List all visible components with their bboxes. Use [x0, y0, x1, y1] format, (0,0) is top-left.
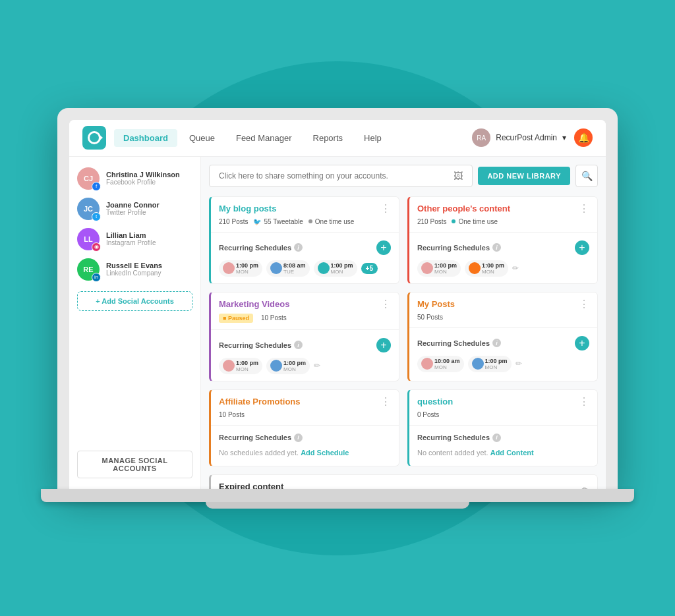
- admin-avatar: RA: [472, 128, 490, 147]
- main-content: CJ f Christina J Wilkinson Facebook Prof…: [69, 157, 606, 489]
- li-badge-3: in: [92, 273, 101, 282]
- time-slot-0: 1:00 pmMON: [219, 260, 262, 277]
- account-item-2[interactable]: LL ◉ Lillian Liam Instagram Profile: [77, 228, 192, 250]
- manage-social-accounts-button[interactable]: MANAGE SOCIAL ACCOUNTS: [77, 451, 192, 478]
- dot-icon: [308, 219, 312, 223]
- card-schedule-my-blog-posts: Recurring Schedules i + 1:00 pmMO: [211, 235, 399, 283]
- schedule-slots: 1:00 pmMON 1:00 pmMON ✏: [219, 358, 391, 374]
- posts-count-badge: 210 Posts: [219, 218, 248, 225]
- add-schedule-button[interactable]: +: [376, 240, 391, 255]
- schedule-header: Recurring Schedules i +: [219, 338, 391, 352]
- posts-count-badge: 10 Posts: [219, 411, 245, 418]
- more-options-icon[interactable]: ⋮: [380, 299, 391, 310]
- card-meta-others-content: 210 Posts One time use: [409, 218, 597, 229]
- account-item-1[interactable]: JC t Joanne Connor Twitter Profile: [77, 198, 192, 220]
- card-divider: [409, 327, 597, 328]
- schedule-title: Recurring Schedules i: [417, 243, 501, 252]
- nav-reports[interactable]: Reports: [304, 129, 353, 147]
- time-slot-0: 1:00 pmMON: [417, 260, 461, 277]
- add-social-accounts-button[interactable]: + Add Social Accounts: [77, 291, 192, 311]
- logo-icon: [88, 131, 101, 144]
- admin-badge[interactable]: RA RecurPost Admin ▾: [472, 128, 566, 147]
- slot-avatar: [223, 262, 235, 274]
- twitter-icon: 🐦: [253, 218, 261, 225]
- search-input-wrapper[interactable]: 🖼: [209, 165, 473, 187]
- search-icon-button[interactable]: 🔍: [575, 165, 598, 187]
- add-new-library-button[interactable]: ADD NEW LIBRARY: [478, 167, 570, 185]
- laptop-wrapper: Dashboard Queue Feed Manager Reports Hel…: [41, 108, 634, 509]
- slot-day: MON: [283, 366, 306, 372]
- card-expired-content: Expired content 10 Posts 🗑: [209, 474, 598, 489]
- account-list: CJ f Christina J Wilkinson Facebook Prof…: [77, 167, 192, 311]
- edit-icon[interactable]: ✏: [314, 361, 320, 370]
- slot-day: MON: [482, 269, 504, 275]
- edit-icon[interactable]: ✏: [515, 359, 522, 368]
- card-divider: [211, 232, 399, 233]
- search-bar: 🖼 ADD NEW LIBRARY 🔍: [209, 165, 598, 187]
- nav-links: Dashboard Queue Feed Manager Reports Hel…: [114, 129, 472, 147]
- nav-right: RA RecurPost Admin ▾ 🔔: [472, 128, 593, 147]
- more-options-icon[interactable]: ⋮: [380, 204, 391, 214]
- time-slot-1: 1:00 pmMON: [468, 356, 512, 372]
- card-others-content: Other people's content ⋮ 210 Posts One t…: [407, 196, 598, 284]
- add-schedule-button[interactable]: +: [575, 336, 589, 350]
- content-area: 🖼 ADD NEW LIBRARY 🔍: [201, 157, 606, 489]
- card-schedule-question: Recurring Schedules i No content added y…: [409, 428, 597, 466]
- card-schedule-my-posts: Recurring Schedules i + 10:00 amM: [409, 331, 597, 379]
- nav-help[interactable]: Help: [355, 129, 391, 147]
- account-type-2: Instagram Profile: [106, 239, 192, 246]
- slot-time: 1:00 pm: [283, 360, 306, 366]
- more-options-icon[interactable]: ⋮: [579, 397, 589, 407]
- nav-dashboard[interactable]: Dashboard: [114, 129, 177, 147]
- account-avatar-1: JC t: [77, 198, 100, 220]
- account-avatar-2: LL ◉: [77, 228, 100, 250]
- card-meta-my-posts: 50 Posts: [409, 314, 597, 325]
- add-schedule-button[interactable]: +: [376, 338, 391, 352]
- card-my-posts: My Posts ⋮ 50 Posts: [407, 292, 598, 381]
- schedule-header: Recurring Schedules i +: [417, 240, 589, 255]
- slot-avatar: [270, 262, 282, 274]
- slot-avatar: [472, 358, 484, 370]
- search-input[interactable]: [219, 171, 448, 181]
- nav-queue[interactable]: Queue: [180, 129, 224, 147]
- card-meta-my-blog-posts: 210 Posts 🐦 55 Tweetable One time use: [211, 218, 399, 229]
- screen-inner: Dashboard Queue Feed Manager Reports Hel…: [69, 120, 606, 489]
- account-item-0[interactable]: CJ f Christina J Wilkinson Facebook Prof…: [77, 167, 192, 190]
- account-info-0: Christina J Wilkinson Facebook Profile: [106, 171, 192, 186]
- fb-badge-0: f: [92, 182, 101, 191]
- posts-count-badge: 0 Posts: [417, 411, 439, 418]
- more-options-icon[interactable]: ⋮: [579, 299, 589, 310]
- card-divider: [211, 425, 399, 426]
- slot-day: MON: [434, 269, 457, 275]
- card-meta-affiliate-promotions: 10 Posts: [211, 411, 399, 422]
- schedule-header: Recurring Schedules i +: [417, 336, 589, 350]
- slot-avatar: [469, 262, 481, 274]
- slot-time: 1:00 pmMON: [331, 262, 353, 275]
- expired-title: Expired content: [219, 482, 283, 489]
- account-name-0: Christina J Wilkinson: [106, 171, 192, 179]
- account-item-3[interactable]: RE in Russell E Evans LinkedIn Company: [77, 258, 192, 281]
- chevron-down-icon: ▾: [562, 133, 566, 142]
- posts-count-badge: 50 Posts: [417, 314, 443, 321]
- more-options-icon[interactable]: ⋮: [579, 204, 589, 214]
- card-header-my-blog-posts: My blog posts ⋮: [211, 197, 399, 218]
- nav-feed-manager[interactable]: Feed Manager: [227, 129, 301, 147]
- schedule-title: Recurring Schedules i: [219, 434, 391, 442]
- info-icon: i: [492, 339, 501, 347]
- time-slot-1: 8:08 amTUE: [266, 260, 310, 277]
- more-options-icon[interactable]: ⋮: [380, 397, 391, 407]
- card-title-my-posts: My Posts: [417, 299, 455, 309]
- trash-icon[interactable]: 🗑: [580, 486, 589, 489]
- info-icon: i: [294, 434, 303, 442]
- card-divider: [211, 329, 399, 330]
- navbar: Dashboard Queue Feed Manager Reports Hel…: [69, 120, 606, 157]
- account-avatar-3: RE in: [77, 258, 100, 281]
- add-content-link[interactable]: Add Content: [490, 449, 534, 457]
- add-schedule-button[interactable]: +: [575, 240, 589, 255]
- info-icon: i: [492, 243, 501, 252]
- notification-bell-icon[interactable]: 🔔: [574, 128, 593, 147]
- add-schedule-link[interactable]: Add Schedule: [301, 449, 349, 457]
- edit-icon[interactable]: ✏: [512, 264, 519, 273]
- card-schedule-others-content: Recurring Schedules i + 1:00 pmMO: [409, 235, 597, 283]
- card-marketing-videos: Marketing Videos ⋮ ■ Paused 10 Posts: [209, 292, 399, 381]
